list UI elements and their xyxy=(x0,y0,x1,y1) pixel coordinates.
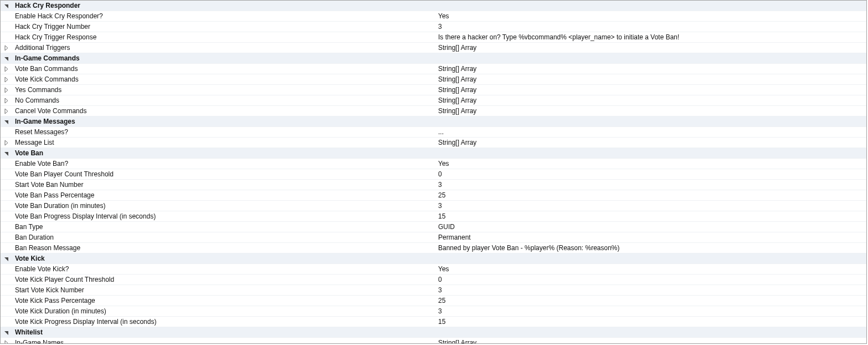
chevron-down-icon[interactable] xyxy=(4,330,9,335)
property-row[interactable]: Vote Kick Player Count Threshold0 xyxy=(1,275,866,285)
category-label: In-Game Commands xyxy=(12,54,436,62)
property-row[interactable]: Hack Cry Trigger ResponseIs there a hack… xyxy=(1,32,866,43)
chevron-down-icon[interactable] xyxy=(4,119,9,124)
property-value[interactable]: String[] Array xyxy=(436,86,866,94)
chevron-right-icon[interactable] xyxy=(4,88,9,93)
property-value[interactable]: 0 xyxy=(436,276,866,283)
category-header[interactable]: In-Game Messages xyxy=(1,116,866,127)
property-value[interactable]: String[] Array xyxy=(436,97,866,104)
property-label: Additional Triggers xyxy=(12,44,436,52)
property-label: Start Vote Kick Number xyxy=(12,286,436,294)
chevron-right-icon[interactable] xyxy=(4,67,9,72)
property-label: Vote Kick Pass Percentage xyxy=(12,297,436,305)
property-row[interactable]: Ban DurationPermanent xyxy=(1,232,866,243)
property-label: Vote Kick Player Count Threshold xyxy=(12,276,436,283)
chevron-down-icon[interactable] xyxy=(4,3,9,8)
property-row[interactable]: Message ListString[] Array xyxy=(1,138,866,148)
property-row[interactable]: Vote Ban Progress Display Interval (in s… xyxy=(1,211,866,222)
property-label: Ban Duration xyxy=(12,234,436,241)
property-value[interactable]: 15 xyxy=(436,212,866,220)
property-row[interactable]: Start Vote Ban Number3 xyxy=(1,180,866,190)
property-label: Vote Ban Player Count Threshold xyxy=(12,170,436,178)
property-row[interactable]: No CommandsString[] Array xyxy=(1,95,866,106)
property-row[interactable]: Vote Ban Duration (in minutes)3 xyxy=(1,201,866,211)
property-value[interactable]: Yes xyxy=(436,265,866,273)
property-grid: Hack Cry ResponderEnable Hack Cry Respon… xyxy=(0,0,867,344)
property-label: Ban Type xyxy=(12,223,436,231)
chevron-down-icon[interactable] xyxy=(4,256,9,261)
category-label: Hack Cry Responder xyxy=(12,2,436,9)
property-label: Vote Ban Commands xyxy=(12,65,436,73)
property-value[interactable]: Yes xyxy=(436,12,866,20)
property-row[interactable]: Reset Messages?... xyxy=(1,127,866,138)
property-row[interactable]: Ban Reason MessageBanned by player Vote … xyxy=(1,243,866,253)
property-row[interactable]: Additional TriggersString[] Array xyxy=(1,43,866,53)
property-label: Yes Commands xyxy=(12,86,436,94)
chevron-right-icon[interactable] xyxy=(4,109,9,114)
property-value[interactable]: Yes xyxy=(436,160,866,168)
property-label: Hack Cry Trigger Response xyxy=(12,33,436,41)
property-label: Enable Hack Cry Responder? xyxy=(12,12,436,20)
property-row[interactable]: Vote Ban Player Count Threshold0 xyxy=(1,169,866,180)
property-value[interactable]: 0 xyxy=(436,170,866,178)
property-value[interactable]: Is there a hacker on? Type %vbcommand% <… xyxy=(436,33,866,41)
property-value[interactable]: String[] Array xyxy=(436,44,866,52)
property-row[interactable]: Vote Ban Pass Percentage25 xyxy=(1,190,866,201)
property-value[interactable]: 15 xyxy=(436,318,866,326)
chevron-right-icon[interactable] xyxy=(4,77,9,82)
property-value[interactable]: 3 xyxy=(436,23,866,31)
property-row[interactable]: Ban TypeGUID xyxy=(1,222,866,232)
property-label: Ban Reason Message xyxy=(12,244,436,252)
property-row[interactable]: Vote Kick Duration (in minutes)3 xyxy=(1,306,866,317)
chevron-down-icon[interactable] xyxy=(4,56,9,61)
property-row[interactable]: Enable Vote Ban?Yes xyxy=(1,159,866,169)
property-value[interactable]: 25 xyxy=(436,191,866,199)
category-header[interactable]: Whitelist xyxy=(1,327,866,338)
property-value[interactable]: 25 xyxy=(436,297,866,305)
category-header[interactable]: In-Game Commands xyxy=(1,53,866,64)
property-value[interactable]: 3 xyxy=(436,181,866,189)
property-value[interactable]: 3 xyxy=(436,307,866,315)
property-value[interactable]: Permanent xyxy=(436,234,866,241)
property-row[interactable]: Enable Vote Kick?Yes xyxy=(1,264,866,275)
property-row[interactable]: Yes CommandsString[] Array xyxy=(1,85,866,95)
property-row[interactable]: Vote Ban CommandsString[] Array xyxy=(1,64,866,74)
category-header[interactable]: Vote Kick xyxy=(1,253,866,264)
property-row[interactable]: Hack Cry Trigger Number3 xyxy=(1,22,866,32)
property-label: Cancel Vote Commands xyxy=(12,107,436,115)
property-value[interactable]: 3 xyxy=(436,286,866,294)
chevron-right-icon[interactable] xyxy=(4,45,9,50)
category-header[interactable]: Hack Cry Responder xyxy=(1,1,866,11)
chevron-right-icon[interactable] xyxy=(4,98,9,103)
property-row[interactable]: Enable Hack Cry Responder?Yes xyxy=(1,11,866,22)
property-row[interactable]: Vote Kick CommandsString[] Array xyxy=(1,74,866,85)
category-label: Whitelist xyxy=(12,328,436,336)
category-label: Vote Ban xyxy=(12,149,436,157)
property-label: Hack Cry Trigger Number xyxy=(12,23,436,31)
property-value[interactable]: String[] Array xyxy=(436,139,866,146)
property-label: Reset Messages? xyxy=(12,128,436,136)
category-header[interactable]: Vote Ban xyxy=(1,148,866,159)
property-row[interactable]: Cancel Vote CommandsString[] Array xyxy=(1,106,866,116)
property-label: Vote Ban Pass Percentage xyxy=(12,191,436,199)
property-value[interactable]: String[] Array xyxy=(436,339,866,344)
property-value[interactable]: 3 xyxy=(436,202,866,210)
property-label: No Commands xyxy=(12,97,436,104)
property-row[interactable]: Vote Kick Progress Display Interval (in … xyxy=(1,317,866,327)
property-value[interactable]: String[] Array xyxy=(436,107,866,115)
property-row[interactable]: Start Vote Kick Number3 xyxy=(1,285,866,296)
property-value[interactable]: ... xyxy=(436,128,866,136)
property-label: Start Vote Ban Number xyxy=(12,181,436,189)
property-value[interactable]: GUID xyxy=(436,223,866,231)
property-label: Vote Kick Progress Display Interval (in … xyxy=(12,318,436,326)
property-row[interactable]: In-Game NamesString[] Array xyxy=(1,338,866,344)
property-value[interactable]: String[] Array xyxy=(436,75,866,83)
chevron-right-icon[interactable] xyxy=(4,140,9,145)
property-value[interactable]: Banned by player Vote Ban - %player% (Re… xyxy=(436,244,866,252)
chevron-right-icon[interactable] xyxy=(4,341,9,344)
property-value[interactable]: String[] Array xyxy=(436,65,866,73)
property-label: Vote Ban Progress Display Interval (in s… xyxy=(12,212,436,220)
property-label: Enable Vote Ban? xyxy=(12,160,436,168)
chevron-down-icon[interactable] xyxy=(4,151,9,156)
property-row[interactable]: Vote Kick Pass Percentage25 xyxy=(1,296,866,306)
